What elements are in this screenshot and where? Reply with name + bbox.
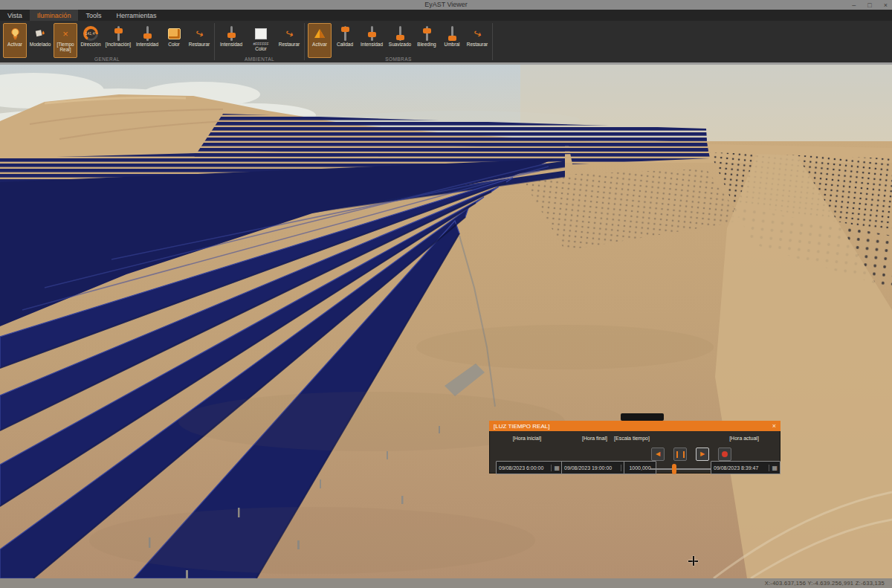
tab-vista[interactable]: Vista <box>0 10 30 21</box>
ambiental-intensidad-slider-button[interactable]: Intensidad <box>218 23 245 58</box>
menu-bar: Vista Iluminación Tools Herramientas <box>0 10 892 21</box>
status-bar: X:-403.637,156 Y:-4.639.256,991 Z:-633,1… <box>0 578 892 588</box>
ribbon-group-ambiental: Intensidad #FFFFFF Color ↩ Restaurar AMB… <box>215 21 304 62</box>
tab-iluminacion[interactable]: Iluminación <box>30 10 79 21</box>
play-button[interactable]: ▶ <box>696 448 709 461</box>
button-label: Restaurar <box>189 42 210 47</box>
button-label: Intensidad <box>220 42 242 47</box>
ribbon-group-sombras: Activar Calidad Intensidad Suavizado Ble… <box>305 21 492 62</box>
vertical-slider-icon <box>399 25 401 42</box>
color-swatch-icon <box>168 25 181 42</box>
x-icon: × <box>62 25 68 42</box>
button-label: Intensidad <box>361 42 383 47</box>
sombras-activar-button[interactable]: Activar <box>308 23 332 58</box>
3d-viewport[interactable] <box>0 65 892 578</box>
pause-button[interactable] <box>673 448 687 461</box>
group-label-general: GENERAL <box>0 56 214 62</box>
button-label: Restaurar <box>467 42 488 47</box>
button-label: Modelado <box>30 42 51 47</box>
direction-dial-icon: 141,4° <box>83 25 98 42</box>
lightbulb-icon <box>10 25 21 42</box>
rewind-button[interactable]: ◀ <box>651 448 665 461</box>
close-button[interactable]: × <box>884 1 888 9</box>
bleeding-slider-button[interactable]: Bleeding <box>415 23 439 58</box>
direccion-dial-button[interactable]: 141,4° Dirección <box>79 23 103 58</box>
vertical-slider-icon <box>371 25 373 42</box>
button-label: Color <box>255 46 267 51</box>
tiempo-real-button[interactable]: × [Tiempo Real] <box>54 23 77 58</box>
time-slider[interactable] <box>650 468 717 470</box>
window-titlebar: EyAST Viewer – □ × <box>0 0 892 10</box>
group-label-ambiental: AMBIENTAL <box>215 56 304 62</box>
hora-actual-field[interactable]: 09/08/2023 8:39:47 ▦ <box>711 461 780 474</box>
solar-farm-scene <box>0 65 892 578</box>
umbral-slider-button[interactable]: Umbral <box>440 23 464 58</box>
panel-header[interactable]: [LUZ TIEMPO REAL] × <box>489 421 780 431</box>
sombras-intensidad-slider-button[interactable]: Intensidad <box>358 23 385 58</box>
escala-tiempo-field[interactable]: 1000,000 <box>624 461 656 474</box>
minimize-button[interactable]: – <box>852 1 856 9</box>
rewind-icon: ◀ <box>656 451 660 457</box>
ribbon-group-general: Activar Modelado × [Tiempo Real] 141,4° … <box>0 21 214 62</box>
pyramid-icon <box>314 25 326 42</box>
vertical-slider-icon <box>426 25 428 42</box>
button-label: Color <box>168 42 180 47</box>
hora-final-field[interactable]: 09/08/2023 19:00:00 ▦ <box>561 461 633 474</box>
suavizado-slider-button[interactable]: Suavizado <box>387 23 413 58</box>
record-button[interactable] <box>718 448 731 461</box>
sol-color-button[interactable]: Color <box>162 23 186 58</box>
sol-intensidad-slider-button[interactable]: Intensidad <box>134 23 161 58</box>
world-coordinates: X:-403.637,156 Y:-4.639.256,991 Z:-633,1… <box>765 580 885 587</box>
sol-restaurar-button[interactable]: ↩ Restaurar <box>187 23 211 58</box>
ribbon-toolbar: Activar Modelado × [Tiempo Real] 141,4° … <box>0 21 892 62</box>
paint-drop-icon <box>34 25 46 42</box>
button-label: Restaurar <box>279 42 300 47</box>
calendar-icon[interactable]: ▦ <box>769 465 778 471</box>
hora-actual-label: [Hora actual] <box>711 436 778 441</box>
button-label: Umbral <box>445 42 460 47</box>
hora-inicial-label: [Hora inicial] <box>496 436 558 441</box>
direction-value: 141,4° <box>86 29 96 39</box>
calendar-icon[interactable]: ▦ <box>551 465 560 471</box>
button-label: Activar <box>312 42 327 47</box>
panel-body: [Hora inicial] [Hora final] [Escala tiem… <box>489 431 780 474</box>
ambiental-color-button[interactable]: #FFFFFF Color <box>246 23 276 58</box>
vertical-slider-icon <box>344 25 346 42</box>
button-label: Activar <box>7 42 22 47</box>
maximize-button[interactable]: □ <box>867 1 871 9</box>
tab-herramientas[interactable]: Herramientas <box>109 10 164 21</box>
pause-icon <box>676 451 685 458</box>
restore-arrow-icon: ↩ <box>285 25 294 42</box>
luz-tiempo-real-panel[interactable]: [LUZ TIEMPO REAL] × [Hora inicial] [Hora… <box>489 421 780 474</box>
restore-arrow-icon: ↩ <box>474 25 482 42</box>
time-slider-thumb[interactable] <box>672 464 676 474</box>
button-label: Bleeding <box>417 42 436 47</box>
restore-arrow-icon: ↩ <box>195 25 204 42</box>
button-label: Dirección <box>80 42 100 47</box>
button-label: [Tiempo Real] <box>55 42 76 52</box>
ambiental-restaurar-button[interactable]: ↩ Restaurar <box>277 23 301 58</box>
record-icon <box>722 451 728 457</box>
panel-drag-handle[interactable] <box>621 413 664 421</box>
button-label: Intensidad <box>136 42 158 47</box>
button-label: [Inclinación] <box>106 42 131 47</box>
panel-title: [LUZ TIEMPO REAL] <box>494 423 772 430</box>
calidad-slider-button[interactable]: Calidad <box>333 23 357 58</box>
button-label: Suavizado <box>389 42 411 47</box>
hora-inicial-field[interactable]: 09/08/2023 6:00:00 ▦ <box>496 461 563 474</box>
play-icon: ▶ <box>700 451 705 457</box>
escala-tiempo-label: [Escala tiempo] <box>609 436 655 441</box>
vertical-slider-icon <box>230 25 233 42</box>
vertical-slider-icon <box>117 25 120 42</box>
panel-close-icon[interactable]: × <box>772 422 776 430</box>
window-title: EyAST Viewer <box>0 1 892 8</box>
inclinacion-slider-button[interactable]: [Inclinación] <box>104 23 132 58</box>
tab-tools[interactable]: Tools <box>78 10 109 21</box>
sombras-restaurar-button[interactable]: ↩ Restaurar <box>465 23 489 58</box>
modelado-button[interactable]: Modelado <box>28 23 52 58</box>
ribbon-separator <box>492 23 493 60</box>
button-label: Calidad <box>337 42 353 47</box>
activar-sol-button[interactable]: Activar <box>3 23 27 58</box>
vertical-slider-icon <box>146 25 149 42</box>
vertical-slider-icon <box>451 25 453 42</box>
